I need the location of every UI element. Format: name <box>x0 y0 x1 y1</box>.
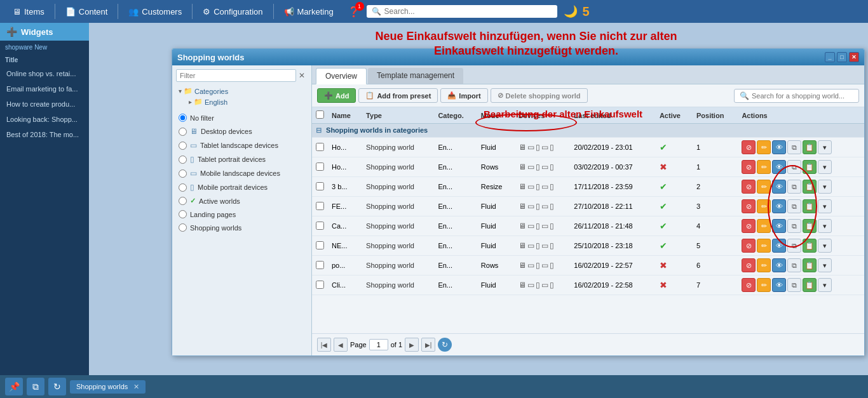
nav-configuration[interactable]: ⚙ Configuration <box>195 4 270 19</box>
dialog-minimize-button[interactable]: _ <box>825 52 835 62</box>
add-button[interactable]: ➕ Add <box>317 88 356 103</box>
filter-desktop[interactable]: 🖥 Desktop devices <box>176 124 308 138</box>
sidebar-item-3[interactable]: How to create produ... <box>0 96 89 112</box>
delete-row-button-6[interactable]: ⊘ <box>742 258 756 272</box>
filter-mobile-landscape[interactable]: ▭ Mobile landscape devices <box>176 166 308 180</box>
duplicate-row-button-5[interactable]: ⧉ <box>787 239 801 253</box>
select-all-checkbox[interactable] <box>316 110 324 119</box>
search-input[interactable] <box>384 7 552 16</box>
col-name[interactable]: Name <box>328 107 362 124</box>
row-checkbox-5[interactable] <box>316 241 324 249</box>
copy-row-button-4[interactable]: 📋 <box>803 219 817 233</box>
duplicate-row-button-3[interactable]: ⧉ <box>787 199 801 213</box>
duplicate-row-button-6[interactable]: ⧉ <box>787 258 801 272</box>
edit-row-button-4[interactable]: ✏ <box>757 219 771 233</box>
view-row-button-1[interactable]: 👁 <box>772 160 786 174</box>
delete-row-button-4[interactable]: ⊘ <box>742 219 756 233</box>
view-row-button-5[interactable]: 👁 <box>772 239 786 253</box>
filter-active-worlds[interactable]: ✓ Active worlds <box>176 194 308 208</box>
filter-landing-pages[interactable]: Landing pages <box>176 208 308 221</box>
col-position[interactable]: Position <box>693 107 738 124</box>
filter-tablet-portrait[interactable]: ▯ Tablet portrait devices <box>176 152 308 166</box>
view-row-button-0[interactable]: 👁 <box>772 140 786 154</box>
filter-input[interactable] <box>176 69 296 82</box>
more-row-button-6[interactable]: ▾ <box>818 258 832 272</box>
dialog-maximize-button[interactable]: □ <box>837 52 847 62</box>
view-row-button-4[interactable]: 👁 <box>772 219 786 233</box>
edit-row-button-6[interactable]: ✏ <box>757 258 771 272</box>
table-search[interactable]: 🔍 <box>734 89 859 103</box>
notification-badge[interactable]: ❓ 1 <box>348 6 360 18</box>
duplicate-row-button-4[interactable]: ⧉ <box>787 219 801 233</box>
tree-english[interactable]: ▸ 📁 English <box>186 96 308 107</box>
global-search[interactable]: 🔍 <box>367 5 557 18</box>
filter-mobile-portrait[interactable]: ▯ Mobile portrait devices <box>176 180 308 194</box>
delete-row-button-3[interactable]: ⊘ <box>742 199 756 213</box>
row-checkbox-6[interactable] <box>316 261 324 269</box>
duplicate-row-button-7[interactable]: ⧉ <box>787 278 801 292</box>
page-last-button[interactable]: ▶| <box>421 338 435 352</box>
view-row-button-3[interactable]: 👁 <box>772 199 786 213</box>
nav-content[interactable]: 📄 Content <box>58 4 116 19</box>
edit-row-button-2[interactable]: ✏ <box>757 180 771 194</box>
view-row-button-7[interactable]: 👁 <box>772 278 786 292</box>
col-devices[interactable]: Devices <box>515 107 571 124</box>
col-mode[interactable]: Mode <box>477 107 515 124</box>
page-first-button[interactable]: |◀ <box>317 338 331 352</box>
row-checkbox-4[interactable] <box>316 222 324 230</box>
sidebar-item-2[interactable]: Email marketing to fa... <box>0 81 89 96</box>
copy-row-button-1[interactable]: 📋 <box>803 160 817 174</box>
copy-row-button-7[interactable]: 📋 <box>803 278 817 292</box>
edit-row-button-0[interactable]: ✏ <box>757 140 771 154</box>
copy-row-button-0[interactable]: 📋 <box>803 140 817 154</box>
row-checkbox-0[interactable] <box>316 143 324 151</box>
more-row-button-7[interactable]: ▾ <box>818 278 832 292</box>
delete-row-button-2[interactable]: ⊘ <box>742 180 756 194</box>
tree-toggle-english[interactable]: ▸ <box>189 98 192 105</box>
row-checkbox-3[interactable] <box>316 202 324 210</box>
col-type[interactable]: Type <box>362 107 434 124</box>
delete-row-button-1[interactable]: ⊘ <box>742 160 756 174</box>
page-prev-button[interactable]: ◀ <box>334 338 348 352</box>
delete-row-button-0[interactable]: ⊘ <box>742 140 756 154</box>
delete-row-button-7[interactable]: ⊘ <box>742 278 756 292</box>
sidebar-item-4[interactable]: Looking back: Shopp... <box>0 112 89 127</box>
filter-tablet-landscape[interactable]: ▭ Tablet landscape devices <box>176 138 308 152</box>
tree-categories[interactable]: ▾ 📁 Categories <box>176 86 308 96</box>
more-row-button-0[interactable]: ▾ <box>818 140 832 154</box>
delete-row-button-5[interactable]: ⊘ <box>742 239 756 253</box>
delete-shopping-world-button[interactable]: ⊘ Delete shopping world <box>491 88 588 103</box>
more-row-button-2[interactable]: ▾ <box>818 180 832 194</box>
view-row-button-2[interactable]: 👁 <box>772 180 786 194</box>
table-search-input[interactable] <box>752 92 853 100</box>
edit-row-button-3[interactable]: ✏ <box>757 199 771 213</box>
page-refresh-button[interactable]: ↻ <box>438 338 452 352</box>
dialog-close-button[interactable]: ✕ <box>849 52 859 62</box>
duplicate-row-button-1[interactable]: ⧉ <box>787 160 801 174</box>
nav-customers[interactable]: 👥 Customers <box>121 4 189 19</box>
col-last-edited[interactable]: Last edited <box>570 107 656 124</box>
col-active[interactable]: Active <box>656 107 693 124</box>
nav-marketing[interactable]: 📢 Marketing <box>276 4 341 19</box>
duplicate-row-button-0[interactable]: ⧉ <box>787 140 801 154</box>
filter-no-filter[interactable]: No filter <box>176 111 308 124</box>
duplicate-row-button-2[interactable]: ⧉ <box>787 180 801 194</box>
tab-template-management[interactable]: Template management <box>368 68 463 84</box>
col-category[interactable]: Catego. <box>434 107 477 124</box>
add-from-preset-button[interactable]: 📋 Add from preset <box>358 88 438 103</box>
filter-shopping-worlds[interactable]: Shopping worlds <box>176 221 308 234</box>
page-number-input[interactable] <box>369 339 388 350</box>
more-row-button-1[interactable]: ▾ <box>818 160 832 174</box>
more-row-button-5[interactable]: ▾ <box>818 239 832 253</box>
sidebar-item-5[interactable]: Best of 2018: The mo... <box>0 127 89 142</box>
copy-row-button-5[interactable]: 📋 <box>803 239 817 253</box>
view-row-button-6[interactable]: 👁 <box>772 258 786 272</box>
row-checkbox-2[interactable] <box>316 182 324 190</box>
sidebar-item-1[interactable]: Online shop vs. retai... <box>0 66 89 81</box>
copy-row-button-3[interactable]: 📋 <box>803 199 817 213</box>
nav-items[interactable]: 🖥 Items <box>5 4 52 19</box>
copy-row-button-6[interactable]: 📋 <box>803 258 817 272</box>
edit-row-button-1[interactable]: ✏ <box>757 160 771 174</box>
more-row-button-3[interactable]: ▾ <box>818 199 832 213</box>
more-row-button-4[interactable]: ▾ <box>818 219 832 233</box>
